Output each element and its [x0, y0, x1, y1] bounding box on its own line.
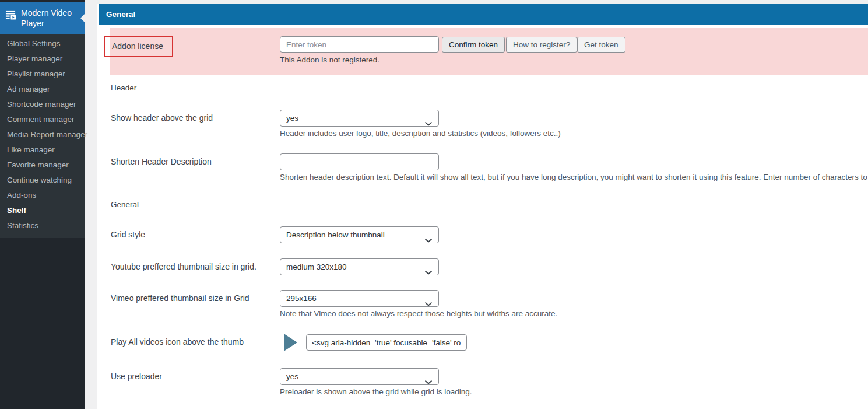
- show-header-help: Header includes user logo, title, descri…: [280, 129, 561, 138]
- youtube-thumb-select[interactable]: medium 320x180: [280, 258, 439, 275]
- use-preloader-select-value: yes: [286, 372, 298, 381]
- addon-license-error-strip: Addon license Confirm token How to regis…: [110, 28, 868, 75]
- plugin-title: Modern Video Player: [21, 8, 72, 28]
- vimeo-thumb-row: Vimeo preffered thumbnail size in Grid 2…: [97, 290, 868, 331]
- sidebar-item-playlist-manager[interactable]: Playlist manager: [0, 67, 85, 82]
- addon-license-label: Addon license: [112, 41, 163, 51]
- sidebar-item-shortcode-manager[interactable]: Shortcode manager: [0, 97, 85, 112]
- show-header-row: Show header above the grid yes Header in…: [97, 110, 868, 151]
- plugin-submenu: Global Settings Player manager Playlist …: [0, 34, 85, 238]
- sidebar-item-favorite-manager[interactable]: Favorite manager: [0, 158, 85, 173]
- admin-sidebar: Modern Video Player Global Settings Play…: [0, 0, 85, 409]
- addon-license-annotation-box: Addon license: [104, 36, 173, 57]
- video-playlist-icon: [5, 9, 16, 23]
- shorten-description-input[interactable]: [280, 153, 439, 170]
- section-bar-title: General: [106, 10, 135, 19]
- sidebar-item-player-manager[interactable]: Player manager: [0, 51, 85, 67]
- use-preloader-label: Use preloader: [111, 371, 277, 382]
- general-section-title: General: [111, 200, 139, 209]
- license-error-message: This Addon is not registered.: [280, 55, 379, 64]
- settings-panel: General Addon license Confirm token How …: [97, 0, 868, 409]
- vimeo-thumb-help: Note that Vimeo does not always respect …: [280, 309, 557, 318]
- sidebar-item-like-manager[interactable]: Like manager: [0, 142, 85, 158]
- how-to-register-button[interactable]: How to register?: [506, 37, 577, 53]
- show-header-select-value: yes: [286, 114, 298, 123]
- confirm-token-button[interactable]: Confirm token: [442, 37, 505, 53]
- play-icon-svg-input[interactable]: [306, 334, 467, 351]
- sidebar-item-ad-manager[interactable]: Ad manager: [0, 82, 85, 97]
- vimeo-thumb-label: Vimeo preffered thumbnail size in Grid: [111, 293, 277, 304]
- sidebar-item-statistics[interactable]: Statistics: [0, 218, 85, 233]
- grid-style-select-value: Description below thumbnail: [286, 230, 385, 239]
- show-header-label: Show header above the grid: [111, 113, 277, 124]
- grid-style-label: Grid style: [111, 229, 277, 240]
- use-preloader-select[interactable]: yes: [280, 368, 439, 385]
- sidebar-item-continue-watching[interactable]: Continue watching: [0, 173, 85, 188]
- top-strip: [97, 0, 868, 4]
- chevron-down-icon: [424, 265, 433, 281]
- get-token-button[interactable]: Get token: [577, 37, 625, 53]
- show-header-select[interactable]: yes: [280, 110, 439, 127]
- grid-style-select[interactable]: Description below thumbnail: [280, 226, 439, 243]
- shorten-description-row: Shorten Header Description Shorten heade…: [97, 153, 868, 194]
- general-section-bar: General: [99, 4, 868, 25]
- token-input[interactable]: [280, 36, 439, 53]
- use-preloader-row: Use preloader yes Preloader is shown abo…: [97, 368, 868, 409]
- use-preloader-help: Preloader is shown above the grid while …: [280, 387, 472, 396]
- header-section-title: Header: [111, 83, 136, 92]
- shorten-description-label: Shorten Header Description: [111, 156, 277, 167]
- sidebar-plugin-header[interactable]: Modern Video Player: [0, 2, 85, 34]
- vimeo-thumb-select-value: 295x166: [286, 294, 317, 303]
- play-all-icon-label: Play All videos icon above the thumb: [111, 337, 277, 348]
- youtube-thumb-select-value: medium 320x180: [286, 263, 347, 271]
- chevron-down-icon: [424, 233, 433, 249]
- vimeo-thumb-select[interactable]: 295x166: [280, 290, 439, 307]
- youtube-thumb-label: Youtube preffered thumbnail size in grid…: [111, 261, 277, 272]
- sidebar-item-add-ons[interactable]: Add-ons: [0, 188, 85, 203]
- sidebar-item-global-settings[interactable]: Global Settings: [0, 36, 85, 51]
- sidebar-item-shelf[interactable]: Shelf: [0, 203, 85, 218]
- shorten-description-help: Shorten header description text. Default…: [280, 173, 868, 181]
- sidebar-item-comment-manager[interactable]: Comment manager: [0, 112, 85, 127]
- play-icon: [284, 334, 298, 351]
- sidebar-item-media-report-manager[interactable]: Media Report manager: [0, 127, 85, 142]
